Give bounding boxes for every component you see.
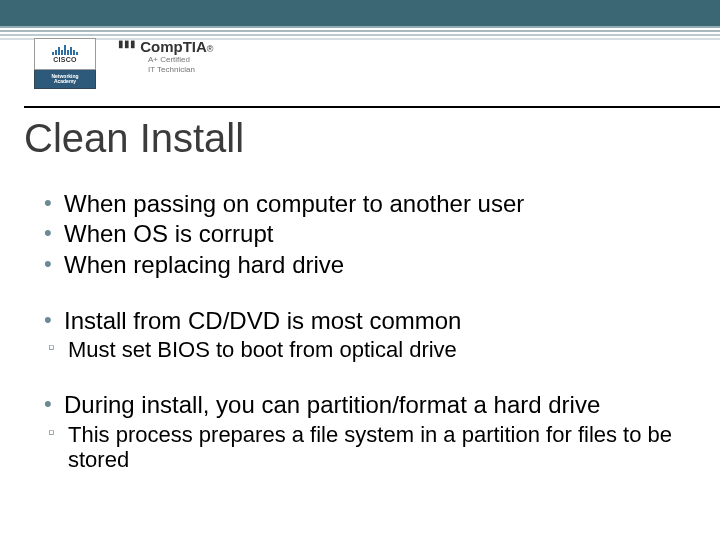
sub-bullet: Must set BIOS to boot from optical drive <box>44 337 690 363</box>
comptia-wordmark: ▮▮▮ CompTIA® <box>118 38 213 55</box>
bullet: When replacing hard drive <box>44 251 690 279</box>
comptia-cert-line1: A+ Certified <box>148 55 213 65</box>
top-band <box>0 0 720 26</box>
cisco-academy-label: Networking Academy <box>51 74 78 84</box>
slide-title: Clean Install <box>24 116 244 161</box>
sub-bullet: This process prepares a file system in a… <box>44 422 690 474</box>
cisco-bars-icon <box>52 45 78 55</box>
bullet: During install, you can partition/format… <box>44 391 690 419</box>
cisco-logo: CISCO Networking Academy <box>34 38 96 89</box>
bullet: When passing on computer to another user <box>44 190 690 218</box>
bullet: When OS is corrupt <box>44 220 690 248</box>
comptia-logo: ▮▮▮ CompTIA® A+ Certified IT Technician <box>118 38 213 75</box>
slide-body: When passing on computer to another user… <box>44 190 690 475</box>
slide: CISCO Networking Academy ▮▮▮ CompTIA® A+… <box>0 0 720 540</box>
logo-row: CISCO Networking Academy ▮▮▮ CompTIA® A+… <box>34 38 213 89</box>
cisco-wordmark: CISCO <box>53 56 77 63</box>
bullet: Install from CD/DVD is most common <box>44 307 690 335</box>
title-rule <box>24 106 720 108</box>
comptia-cert-line2: IT Technician <box>148 65 213 75</box>
